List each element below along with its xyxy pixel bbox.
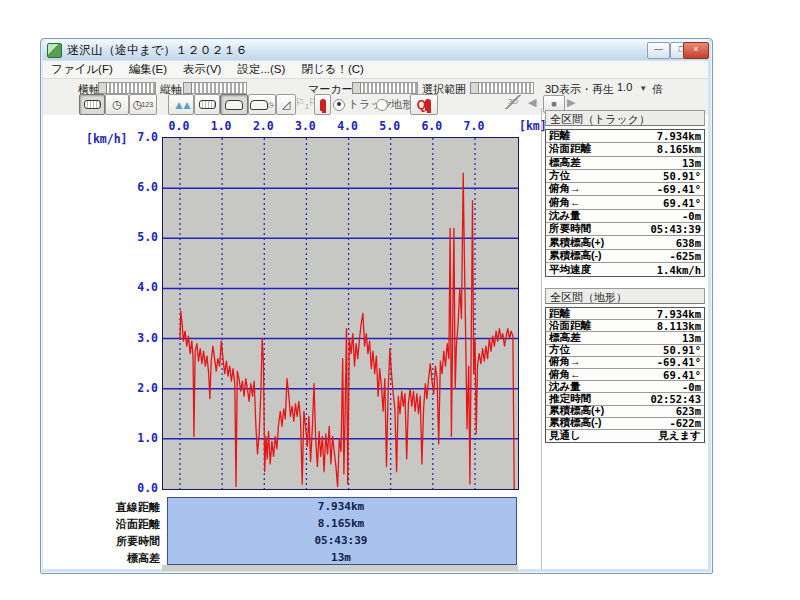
- radio-off-icon: [376, 99, 388, 111]
- stat-label: 累積標高(+): [549, 236, 604, 250]
- summary-row-value: 13m: [167, 551, 515, 568]
- stat-label: 沿面距離: [549, 142, 591, 156]
- clock-numbers-label: 123: [141, 101, 153, 108]
- stat-label: 俯角→: [549, 182, 581, 196]
- table-row: 見通し見えます: [546, 430, 704, 442]
- playback-speed-select[interactable]: 1.0 ▼: [617, 81, 647, 93]
- stat-label: 平均速度: [549, 263, 591, 277]
- vaxis-slope-button[interactable]: ◿: [276, 94, 296, 115]
- track-panel-header: 全区間（トラック）: [545, 110, 705, 126]
- table-row: 距離7.934km: [546, 130, 704, 143]
- title-bar[interactable]: 迷沢山（途中まで）１２０２１６: [43, 40, 709, 60]
- menu-item[interactable]: 表示(V): [175, 62, 229, 77]
- vaxis-speed-button[interactable]: [220, 94, 248, 115]
- vaxis-pace-button[interactable]: ◷: [248, 94, 276, 115]
- stat-label: 沈み量: [549, 209, 581, 223]
- track-panel-table: 距離7.934km沿面距離8.165km標高差13m方位50.91°俯角→-69…: [545, 129, 705, 277]
- y-axis-tick: 7.0: [126, 130, 158, 144]
- stat-value: 7.934km: [657, 130, 701, 142]
- vaxis-slider[interactable]: [183, 82, 247, 94]
- y-axis-unit-label: [km/h]: [86, 132, 128, 146]
- stat-label: 方位: [549, 169, 570, 183]
- clock-icon: ◷: [267, 101, 273, 109]
- speed-chart-plot[interactable]: [162, 137, 519, 490]
- multiplier-suffix-label: 倍: [652, 82, 663, 97]
- stat-value: -0m: [682, 381, 701, 393]
- y-axis-tick: 1.0: [126, 431, 158, 445]
- y-axis-tick: 6.0: [126, 180, 158, 194]
- minimize-button[interactable]: —: [647, 42, 670, 59]
- stat-label: 距離: [549, 129, 570, 143]
- ruler-icon: [84, 100, 101, 109]
- stat-value: -622m: [669, 417, 701, 429]
- stat-label: 見通し: [549, 429, 581, 443]
- menu-item[interactable]: ファイル(F): [43, 62, 121, 77]
- stat-label: 標高差: [549, 156, 581, 170]
- stat-value: 7.934km: [657, 308, 701, 320]
- vaxis-elevation-button[interactable]: ▲▲: [168, 94, 194, 115]
- summary-row-value: 8.165km: [167, 517, 515, 534]
- window-title: 迷沢山（途中まで）１２０２１６: [67, 42, 248, 59]
- stat-label: 累積標高(-): [549, 249, 602, 263]
- clock-icon: ◷: [112, 98, 122, 111]
- x-axis-tick: 3.0: [290, 119, 320, 133]
- x-axis-tick: 1.0: [206, 119, 236, 133]
- haxis-slider[interactable]: [98, 82, 156, 94]
- x-axis-tick: 0.0: [164, 119, 194, 133]
- slope-icon: ◿: [282, 98, 290, 111]
- haxis-time-button[interactable]: ◷: [105, 94, 129, 115]
- x-axis-tick: 4.0: [333, 119, 363, 133]
- summary-row-value: 7.934km: [167, 500, 515, 517]
- x-axis-tick: 6.0: [417, 119, 447, 133]
- table-row: 累積標高(+)638m: [546, 236, 704, 249]
- terrain-panel-header: 全区間（地形）: [545, 288, 705, 304]
- speed-line-series: [180, 173, 514, 489]
- y-axis-tick: 2.0: [126, 381, 158, 395]
- menu-item[interactable]: 設定...(S): [229, 62, 293, 77]
- table-row: 所要時間05:43:39: [546, 223, 704, 236]
- x-axis-unit-label: [km]: [519, 119, 547, 133]
- speed-chart-svg: [163, 138, 518, 489]
- menu-bar: ファイル(F)編集(E)表示(V)設定...(S)閉じる！(C): [43, 61, 708, 79]
- close-button[interactable]: ×: [683, 42, 709, 59]
- stat-value: 02:52:43: [650, 393, 701, 405]
- vaxis-distance-button[interactable]: [194, 94, 220, 115]
- stop-icon: ■: [551, 99, 556, 109]
- q-marker-icon: Q: [417, 98, 425, 112]
- table-row: 平均速度1.4km/h: [546, 263, 704, 276]
- marker-pin-icon: [320, 99, 326, 111]
- terrain-panel-table: 距離7.934km沿面距離8.113km標高差13m方位50.91°俯角→-69…: [545, 307, 705, 443]
- car-icon: [250, 100, 268, 110]
- summary-row-label: 所要時間: [58, 534, 160, 551]
- play-forward-button-disabled: ▶: [567, 96, 575, 109]
- table-row: 沈み量-0m: [546, 210, 704, 223]
- radio-on-icon: [333, 99, 345, 111]
- marker-pin-icon: [425, 99, 431, 111]
- stat-value: 69.41°: [663, 197, 701, 209]
- car-icon: [225, 100, 243, 110]
- chevron-down-icon: ▼: [639, 84, 647, 93]
- menu-item[interactable]: 編集(E): [121, 62, 175, 77]
- haxis-time-number-button[interactable]: ◷123: [129, 94, 157, 115]
- play-back-button-disabled: ◀: [528, 96, 536, 109]
- app-icon: [47, 43, 62, 58]
- menu-item[interactable]: 閉じる！(C): [293, 62, 372, 77]
- marker-slider[interactable]: [352, 82, 418, 94]
- flag1-icon-disabled: ⚐1: [295, 96, 309, 110]
- stat-value: 13m: [682, 332, 701, 344]
- stat-value: 623m: [676, 405, 701, 417]
- radio-terrain[interactable]: 地形: [376, 97, 413, 112]
- playback-speed-value: 1.0: [617, 81, 632, 93]
- haxis-distance-button[interactable]: [79, 94, 105, 115]
- stat-value: -69.41°: [657, 356, 701, 368]
- stat-value: 638m: [676, 237, 701, 249]
- selection-marker-button[interactable]: Q: [410, 94, 438, 115]
- marker-button[interactable]: [314, 94, 331, 115]
- panel-divider: [541, 108, 542, 570]
- y-axis-tick: 3.0: [126, 331, 158, 345]
- ruler-icon: [199, 100, 216, 109]
- table-row: 俯角←69.41°: [546, 196, 704, 209]
- y-axis-tick: 5.0: [126, 230, 158, 244]
- stat-value: 69.41°: [663, 369, 701, 381]
- selection-slider[interactable]: [470, 82, 534, 94]
